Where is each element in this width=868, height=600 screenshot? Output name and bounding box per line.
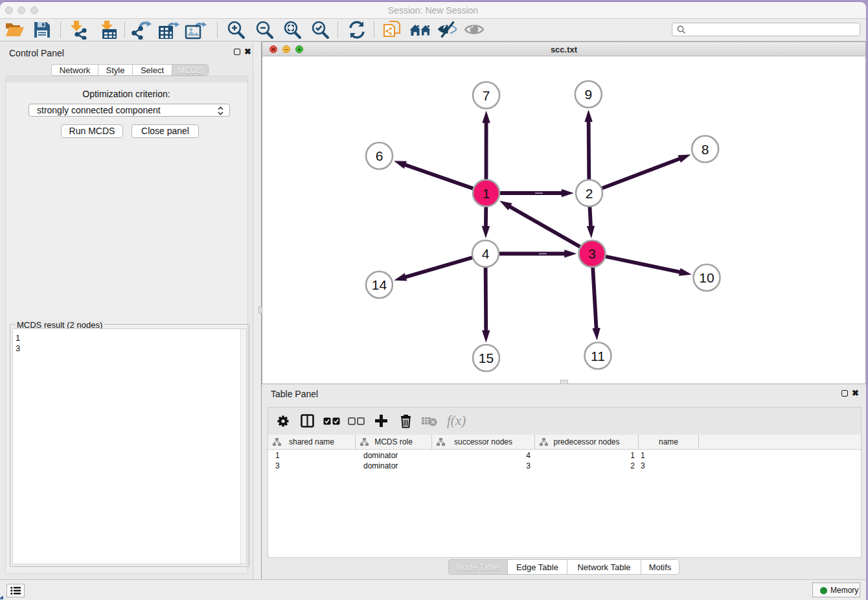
svg-text:9: 9 (584, 87, 592, 102)
svg-text:8: 8 (702, 142, 709, 157)
svg-text:2: 2 (586, 186, 593, 201)
svg-text:3: 3 (588, 246, 596, 261)
svg-text:1: 1 (483, 186, 490, 201)
svg-text:11: 11 (591, 349, 605, 363)
svg-text:7: 7 (483, 88, 490, 103)
svg-text:4: 4 (482, 246, 490, 261)
svg-text:14: 14 (372, 277, 387, 292)
svg-text:15: 15 (479, 351, 494, 365)
svg-text:6: 6 (376, 148, 383, 163)
svg-text:10: 10 (699, 270, 714, 285)
